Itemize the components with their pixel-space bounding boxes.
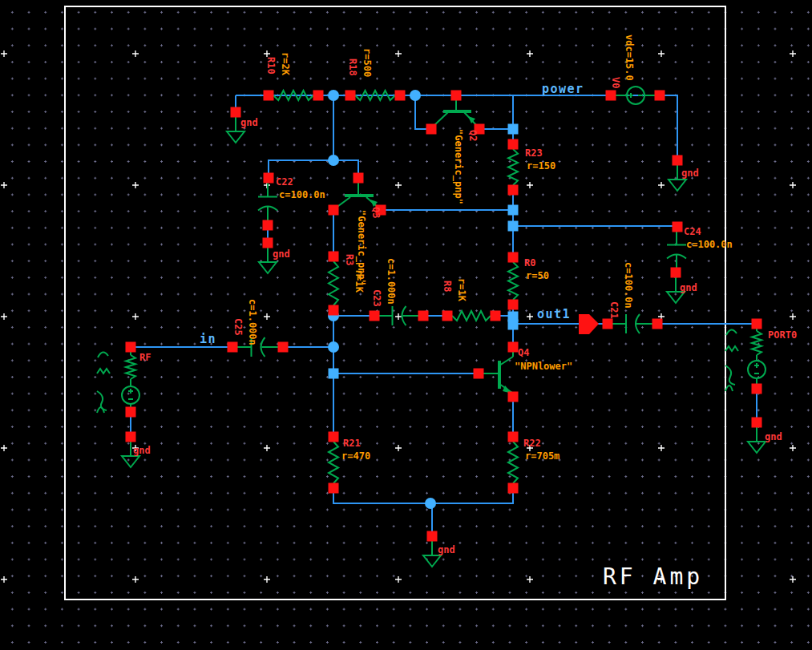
grid-cross	[132, 313, 139, 320]
pin	[508, 139, 519, 150]
resistor-R0[interactable]	[508, 257, 518, 305]
value-R10: r=2K	[280, 52, 291, 76]
output-pin-arrow[interactable]	[579, 314, 599, 334]
grid-cross	[1, 576, 7, 583]
schematic-canvas[interactable]: R10 r=2K R18 r=500 V0 vdc=15.0 Q2 "Gener…	[0, 0, 812, 650]
pin	[228, 342, 238, 353]
label-R22: R22	[523, 438, 541, 449]
pin	[345, 91, 356, 101]
grid-cross	[527, 50, 533, 57]
value-C21: c=100.0n	[623, 262, 634, 309]
label-R3: R3	[344, 254, 355, 265]
port-waveform-icon	[725, 329, 738, 391]
grid-cross	[790, 313, 796, 320]
grid-cross	[658, 50, 665, 57]
wire-bottom[interactable]	[333, 488, 513, 503]
pin	[451, 91, 462, 101]
gnd-label-bottom: gnd	[438, 544, 455, 555]
label-R8: R8	[442, 281, 453, 292]
pin	[264, 173, 274, 184]
resistor-R23[interactable]	[508, 144, 518, 190]
pin	[263, 220, 273, 231]
pin	[752, 384, 762, 394]
pin	[491, 311, 501, 321]
pin	[329, 432, 339, 442]
label-R21: R21	[343, 438, 361, 449]
label-C23: C23	[371, 289, 382, 307]
gnd-label-port0: gnd	[765, 431, 782, 442]
grid-cross	[132, 50, 139, 57]
pins-layer	[126, 91, 762, 542]
resistor-R22[interactable]	[508, 437, 518, 488]
label-R23: R23	[525, 147, 543, 159]
pin	[603, 319, 613, 329]
grid-cross	[790, 182, 796, 188]
junction-square	[329, 369, 339, 379]
components-layer	[97, 87, 766, 567]
value-C23: c=1.000n	[386, 258, 397, 305]
capacitor-C22[interactable]	[258, 178, 277, 225]
pin	[231, 107, 241, 118]
grid-cross	[264, 576, 270, 583]
value-V0: vdc=15.0	[624, 34, 635, 81]
pin	[426, 124, 437, 135]
grid-cross	[395, 445, 402, 451]
junction-dot	[328, 341, 339, 353]
grid-cross	[264, 313, 270, 320]
grid-cross	[527, 182, 533, 188]
pin	[395, 91, 406, 101]
pin	[427, 531, 438, 542]
label-R0: R0	[524, 257, 535, 268]
label-rf-port: RF	[139, 352, 151, 363]
gnd-label-topleft: gnd	[240, 117, 258, 128]
junction-square	[508, 320, 519, 330]
resistor-R3[interactable]	[329, 256, 338, 310]
grid-cross	[1, 313, 7, 320]
wire-c22-q3[interactable]	[269, 160, 358, 178]
label-R10: R10	[265, 57, 277, 75]
grid-cross	[790, 445, 796, 451]
gnd-label-rf: gnd	[133, 445, 151, 456]
value-R3: r=1K	[353, 269, 365, 293]
grid-cross	[790, 50, 796, 57]
gnd-label-v0: gnd	[681, 168, 699, 179]
resistor-R21[interactable]	[329, 437, 338, 488]
grid-cross	[395, 313, 402, 320]
grid-cross	[395, 182, 402, 188]
pin	[508, 252, 519, 263]
junction-square	[508, 205, 519, 216]
pin	[508, 342, 519, 353]
grid-cross	[264, 50, 270, 57]
value-R8: r=1K	[456, 278, 467, 302]
grid-cross	[527, 576, 533, 583]
label-Q4: Q4	[518, 347, 529, 358]
grid-cross	[790, 576, 796, 583]
label-V0: V0	[610, 77, 621, 88]
value-R0: r=50	[526, 270, 549, 281]
junction-dot	[328, 155, 339, 166]
label-C25: C25	[232, 318, 244, 336]
pin	[126, 342, 136, 353]
pin	[655, 91, 665, 101]
grid-cross	[264, 445, 270, 451]
value-R18: r=500	[362, 48, 373, 77]
label-Q3: Q3	[370, 207, 382, 218]
resistor-R8[interactable]	[447, 311, 495, 321]
pin	[508, 432, 519, 442]
gnd-symbol[interactable]	[748, 426, 766, 453]
grid-cross	[1, 445, 7, 451]
pin	[673, 155, 683, 166]
junction-dot	[328, 90, 339, 101]
transistor-Q4[interactable]	[479, 347, 513, 397]
pin	[474, 369, 484, 379]
pin	[353, 173, 364, 184]
pin	[508, 185, 519, 196]
grid-cross	[395, 576, 402, 583]
label-port0: PORT0	[768, 329, 797, 341]
label-C22: C22	[276, 176, 293, 188]
pin	[752, 418, 762, 428]
resistor-RF-series[interactable]	[126, 350, 135, 384]
value-Q2: "Generic_pnp"	[452, 129, 464, 204]
grid-cross	[658, 182, 665, 188]
resistor-PORT0-series[interactable]	[752, 326, 762, 360]
